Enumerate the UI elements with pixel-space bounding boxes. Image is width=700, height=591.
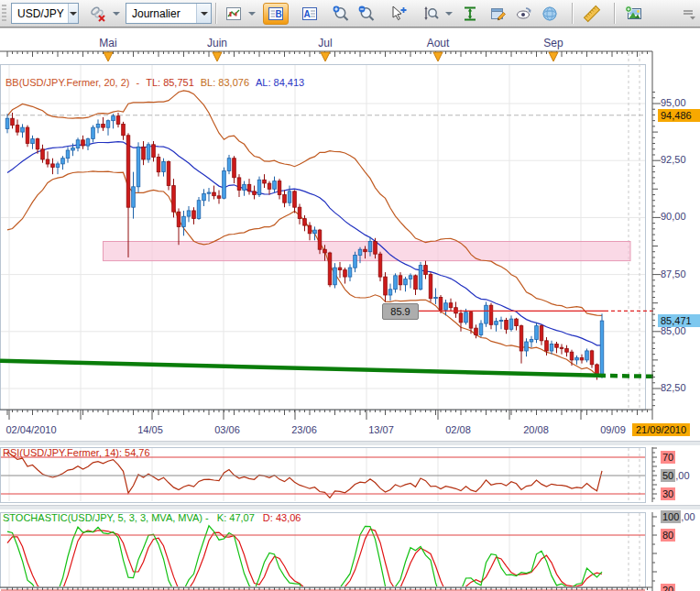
cursor-add-icon (389, 5, 408, 23)
symbol-select-value: USD/JPY (12, 7, 68, 20)
month-marker-triangle (549, 52, 558, 61)
price-axis-label: 92,50 (661, 154, 686, 165)
panel-divider (0, 441, 700, 446)
rsi-label: RSI(USD/JPY.Fermer, 14): 54,76 (3, 447, 150, 458)
stoch-axis-label: 80 (661, 529, 675, 542)
unlink-button[interactable] (86, 3, 110, 25)
high-price-marker: 94,486 (658, 109, 700, 122)
chart-type-button[interactable] (222, 3, 246, 25)
period-select-value: Journalier (126, 7, 196, 20)
chevron-down-icon[interactable] (196, 4, 211, 23)
zoom-out-icon (357, 5, 376, 23)
stoch-axis-label-suffix: ,00 (681, 510, 695, 523)
bb-sep: - (137, 77, 140, 88)
stoch-sep: - (205, 512, 209, 523)
toolbar-overflow-button[interactable] (680, 3, 698, 25)
toolbar-separator (215, 3, 217, 24)
month-marker-triangle (321, 52, 330, 61)
stoch-k-value: K: 47,07 (217, 512, 255, 523)
stoch-axis-label: 100,00 (661, 510, 695, 523)
symbol-select[interactable]: USD/JPY (11, 3, 79, 24)
zoom-in-button[interactable] (329, 3, 353, 25)
zoom-in-icon (332, 5, 350, 23)
rsi-axis-label-box: 70 (661, 451, 675, 464)
rsi-axis-label-box: 30 (661, 487, 675, 500)
bollinger-indicator-button[interactable]: B (263, 3, 289, 25)
month-label: Sep (543, 37, 563, 49)
analysis-window-icon: A (301, 5, 319, 23)
fit-vertical-icon (461, 5, 479, 23)
stoch-name: STOCHASTIC(USD/JPY, 5, 3, 3, MVA, MVA) (3, 512, 202, 523)
date-label: 03/06 (214, 424, 240, 435)
svg-text:A: A (303, 9, 310, 19)
price-axis-label: 82,50 (661, 382, 686, 393)
date-label: 23/06 (291, 424, 317, 435)
stoch-axis-label-box: 100 (661, 510, 681, 523)
bb-al-value: AL: 84,413 (256, 77, 304, 88)
chart-window: USD/JPY Journalier (0, 0, 700, 591)
bb-tl-value: TL: 85,751 (146, 77, 194, 88)
rsi-axis-label-suffix: ,00 (675, 469, 689, 482)
edit-chart-button[interactable] (487, 3, 510, 25)
stochastic-label: STOCHASTIC(USD/JPY, 5, 3, 3, MVA, MVA) -… (3, 512, 301, 523)
svg-text:B: B (275, 9, 281, 19)
month-marker-triangle (433, 52, 443, 61)
measure-zoom-icon (421, 5, 440, 23)
chevron-down-icon[interactable] (111, 3, 122, 25)
date-label: 13/07 (368, 424, 394, 435)
date-label: 02/08 (445, 424, 471, 435)
measure-zoom-button[interactable] (419, 3, 443, 25)
stoch-axis-label-box: 20 (661, 584, 675, 591)
month-marker-triangle (213, 52, 222, 61)
add-image-button[interactable] (620, 3, 648, 25)
zoom-out-button[interactable] (355, 3, 378, 25)
drag-grip[interactable] (2, 5, 6, 23)
view-refresh-icon (515, 5, 533, 23)
month-label: Aout (427, 37, 450, 49)
add-image-icon (624, 5, 644, 23)
chevron-down-icon[interactable] (443, 3, 454, 25)
price-axis-label: 87,50 (661, 268, 686, 279)
rsi-axis-label: 70 (661, 451, 675, 464)
stoch-d-value: D: 43,06 (263, 512, 301, 523)
fit-vertical-button[interactable] (458, 3, 482, 25)
analysis-button[interactable]: A (297, 3, 323, 25)
month-markers (104, 52, 558, 61)
toolbar-separator (614, 3, 616, 24)
resistance-annotation[interactable]: 85.9 (382, 303, 419, 320)
period-select[interactable]: Journalier (126, 3, 212, 24)
stoch-axis-label: 20 (661, 584, 675, 591)
panel-divider (0, 505, 700, 510)
current-date-badge: 21/09/2010 (632, 423, 690, 436)
rsi-axis-label: 30 (661, 487, 675, 500)
chevron-down-icon[interactable] (68, 4, 78, 23)
chart-canvas[interactable] (0, 0, 700, 591)
month-label: Jul (318, 37, 332, 49)
date-label: 20/08 (523, 424, 549, 435)
chart-type-icon (224, 5, 243, 23)
month-label: Juin (207, 37, 227, 49)
cursor-add-button[interactable] (387, 3, 410, 25)
stoch-axis-label-box: 80 (661, 529, 675, 542)
unlink-icon (89, 5, 107, 23)
price-axis-label: 95,00 (661, 97, 686, 108)
ruler-icon (582, 5, 602, 23)
globe-button[interactable] (538, 3, 562, 25)
rsi-axis-label-box: 50 (661, 469, 675, 482)
indicator-window-icon: B (267, 5, 285, 23)
date-label: 14/05 (137, 424, 163, 435)
date-label: 02/04/2010 (5, 424, 56, 435)
globe-icon (541, 5, 559, 23)
month-label: Mai (99, 37, 116, 49)
toolbar-overflow-icon (682, 6, 696, 21)
price-axis-label: 90,00 (661, 211, 686, 222)
chevron-down-icon[interactable] (246, 3, 257, 25)
month-marker-triangle (104, 52, 113, 61)
edit-chart-icon (489, 5, 508, 23)
bb-bl-value: BL: 83,076 (201, 77, 249, 88)
ruler-button[interactable] (578, 3, 606, 25)
bollinger-label: BB(USD/JPY.Fermer, 20, 2)-TL: 85,751BL: … (5, 77, 311, 88)
last-price-marker: 85,471 (658, 314, 700, 327)
view-refresh-button[interactable] (512, 3, 536, 25)
toolbar: USD/JPY Journalier (0, 0, 700, 27)
